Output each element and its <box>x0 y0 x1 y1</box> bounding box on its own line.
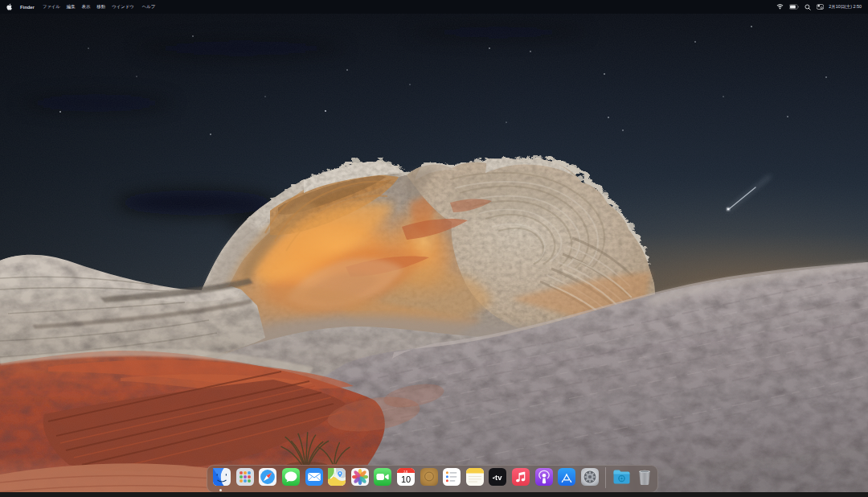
svg-text:2月: 2月 <box>403 470 407 474</box>
svg-text:10: 10 <box>401 474 411 484</box>
svg-text:tv: tv <box>495 473 502 482</box>
